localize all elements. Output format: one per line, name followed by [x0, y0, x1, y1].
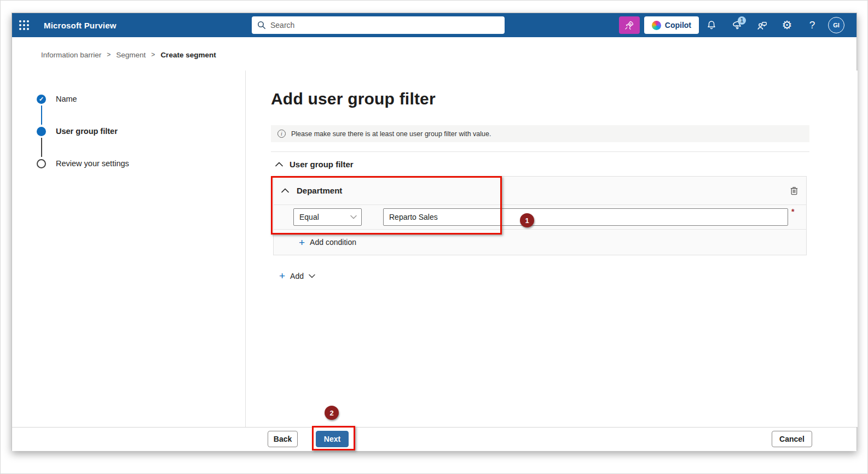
chevron-up-icon [281, 188, 289, 193]
help-icon: ? [809, 19, 815, 31]
delete-filter-button[interactable] [790, 186, 798, 195]
add-label: Add [290, 272, 304, 280]
info-banner: i Please make sure there is at least one… [271, 125, 809, 142]
purview-window: Microsoft Purview [11, 13, 857, 450]
info-icon: i [277, 130, 286, 138]
announcements-button[interactable]: 1 [724, 13, 749, 37]
waffle-icon [19, 20, 29, 30]
search-input[interactable] [270, 21, 499, 30]
next-button[interactable]: Next [316, 431, 349, 447]
breadcrumb-separator: > [107, 51, 111, 58]
page-title: Add user group filter [271, 90, 436, 108]
step-label: User group filter [56, 127, 118, 136]
step-current-dot-icon [37, 127, 46, 136]
app-title: Microsoft Purview [44, 21, 117, 30]
search-icon [257, 21, 266, 30]
person-feedback-icon [756, 20, 768, 31]
condition-row: Equal * [274, 205, 806, 230]
notification-badge: 1 [738, 16, 746, 25]
plus-icon: + [299, 237, 305, 248]
main-content: Add user group filter i Please make sure… [246, 71, 858, 427]
step-label: Review your settings [56, 159, 129, 168]
required-marker: * [791, 207, 794, 216]
bell-icon [706, 20, 717, 31]
filter-value-input[interactable] [383, 208, 788, 226]
top-app-bar: Microsoft Purview [12, 13, 857, 37]
chevron-down-icon [350, 215, 357, 219]
wizard-footer: Back Next Cancel [12, 427, 857, 451]
breadcrumb-separator: > [151, 51, 155, 58]
step-connector [41, 106, 42, 125]
cancel-button[interactable]: Cancel [772, 431, 812, 447]
cancel-button-label: Cancel [779, 435, 805, 443]
topbar-actions: Copilot 1 [619, 13, 844, 37]
add-condition-button[interactable]: + Add condition [274, 230, 806, 255]
copilot-button[interactable]: Copilot [644, 16, 699, 34]
notifications-button[interactable] [699, 13, 724, 37]
rocket-icon [624, 20, 634, 31]
step-connector [41, 138, 42, 157]
breadcrumb-create-segment: Create segment [160, 51, 216, 59]
wizard-step-user-group-filter[interactable]: User group filter [37, 125, 118, 137]
copilot-label: Copilot [665, 21, 691, 30]
avatar-initials: GI [833, 22, 840, 28]
screenshot-frame: Microsoft Purview [0, 0, 868, 474]
breadcrumb: Information barrier > Segment > Create s… [41, 47, 216, 62]
wizard-step-review-settings[interactable]: Review your settings [37, 157, 129, 169]
operator-selected-value: Equal [299, 213, 350, 221]
back-button[interactable]: Back [268, 431, 298, 447]
settings-button[interactable]: ⚙ [774, 13, 800, 37]
operator-dropdown[interactable]: Equal [293, 208, 362, 226]
divider [271, 151, 809, 152]
gear-icon: ⚙ [782, 20, 792, 31]
app-launcher-button[interactable] [12, 13, 36, 37]
user-group-filter-section-toggle[interactable]: User group filter [275, 160, 354, 169]
step-label: Name [56, 95, 77, 103]
global-search[interactable] [252, 16, 505, 34]
trash-icon [790, 186, 798, 195]
department-group-toggle[interactable]: Department [274, 177, 806, 205]
plus-icon: + [279, 271, 285, 281]
chevron-up-icon [275, 162, 283, 167]
wizard-step-name[interactable]: ✓ Name [37, 93, 77, 105]
filter-group-name: Department [297, 186, 342, 195]
chevron-down-icon [309, 274, 315, 278]
breadcrumb-segment[interactable]: Segment [116, 51, 146, 59]
feedback-button[interactable] [749, 13, 774, 37]
step-completed-check-icon: ✓ [37, 95, 46, 104]
help-button[interactable]: ? [800, 13, 825, 37]
back-button-label: Back [274, 435, 292, 443]
add-filter-dropdown-button[interactable]: + Add [279, 271, 315, 281]
breadcrumb-information-barrier[interactable]: Information barrier [41, 51, 101, 59]
account-avatar[interactable]: GI [828, 17, 844, 33]
section-title: User group filter [290, 160, 354, 169]
step-upcoming-circle-icon [37, 159, 46, 168]
department-filter-card: Department Equal [273, 176, 807, 255]
whats-new-button[interactable] [619, 16, 640, 34]
copilot-logo-icon [652, 21, 661, 30]
next-button-label: Next [324, 435, 340, 443]
info-banner-text: Please make sure there is at least one u… [291, 130, 491, 138]
wizard-steps-panel: ✓ Name User group filter Review your set… [12, 71, 246, 427]
add-condition-label: Add condition [310, 238, 356, 247]
